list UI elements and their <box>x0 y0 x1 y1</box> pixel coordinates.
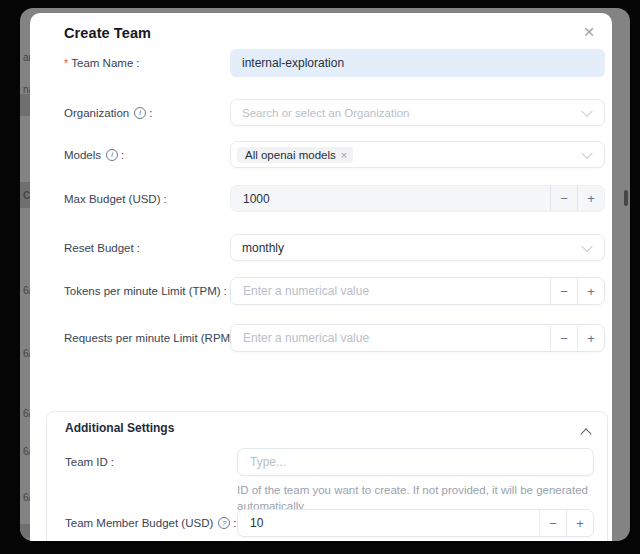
chevron-down-icon <box>581 240 592 251</box>
team-member-budget-stepper: − + <box>237 509 594 537</box>
remove-tag-icon[interactable]: × <box>341 149 347 161</box>
increment-icon[interactable]: + <box>566 510 593 536</box>
scrollbar-thumb[interactable] <box>624 190 628 206</box>
modal-title: Create Team <box>64 25 151 41</box>
decrement-icon[interactable]: − <box>550 325 577 351</box>
tpm-input[interactable] <box>231 278 548 304</box>
team-name-input[interactable] <box>230 49 605 77</box>
rpm-input[interactable] <box>231 325 548 351</box>
info-icon[interactable]: i <box>106 149 118 161</box>
organization-select[interactable]: Search or select an Organization <box>230 99 605 126</box>
team-id-label: Team ID : <box>65 448 114 476</box>
tpm-label: Tokens per minute Limit (TPM) : <box>64 277 224 305</box>
decrement-icon[interactable]: − <box>550 186 577 211</box>
close-icon[interactable]: ✕ <box>579 22 599 42</box>
organization-label: Organization i : <box>64 99 224 126</box>
team-member-budget-input[interactable] <box>238 510 537 536</box>
tpm-stepper: − + <box>230 277 605 305</box>
rpm-stepper: − + <box>230 324 605 352</box>
chevron-up-icon[interactable] <box>580 428 591 439</box>
models-label: Models i : <box>64 141 224 168</box>
increment-icon[interactable]: + <box>577 186 604 211</box>
reset-budget-value: monthly <box>242 241 284 255</box>
model-tag: All openai models × <box>237 147 353 163</box>
reset-budget-label: Reset Budget : <box>64 234 224 261</box>
max-budget-input[interactable] <box>231 186 548 211</box>
info-icon[interactable]: i <box>134 107 146 119</box>
increment-icon[interactable]: + <box>577 325 604 351</box>
team-member-budget-label: Team Member Budget (USD) ? : <box>65 509 236 537</box>
create-team-modal: Create Team ✕ * Team Name : Organization… <box>30 13 612 541</box>
models-select[interactable]: All openai models × <box>230 141 605 168</box>
additional-settings-panel: Additional Settings Team ID : ID of the … <box>46 411 608 541</box>
chevron-down-icon <box>581 147 592 158</box>
increment-icon[interactable]: + <box>577 278 604 304</box>
chevron-down-icon <box>581 105 592 116</box>
additional-settings-title[interactable]: Additional Settings <box>65 421 174 435</box>
dimmed-background-page: am nar Cr 6/2 6/2 6/2 6/1 6/1 Create Tea… <box>20 8 630 541</box>
max-budget-label: Max Budget (USD) : <box>64 185 224 212</box>
rpm-label: Requests per minute Limit (RPM) : <box>64 324 224 352</box>
reset-budget-select[interactable]: monthly <box>230 234 605 261</box>
decrement-icon[interactable]: − <box>539 510 566 536</box>
team-name-label: * Team Name : <box>64 49 224 77</box>
max-budget-stepper: − + <box>230 185 605 212</box>
team-id-input[interactable] <box>237 448 594 476</box>
question-icon[interactable]: ? <box>218 517 230 529</box>
decrement-icon[interactable]: − <box>550 278 577 304</box>
organization-placeholder: Search or select an Organization <box>242 107 409 119</box>
required-mark: * <box>64 57 68 69</box>
